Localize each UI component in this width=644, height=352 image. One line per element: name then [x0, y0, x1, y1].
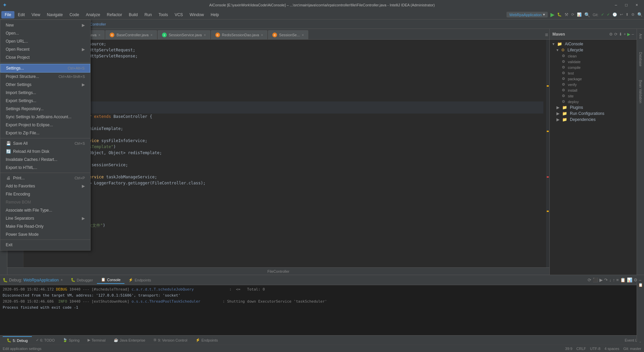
maven-site[interactable]: ⚙ site [550, 93, 637, 99]
tab-basecontroller[interactable]: C BaseController.java × [105, 30, 157, 39]
menu-invalidate-caches[interactable]: Invalidate Caches / Restart... [0, 156, 90, 164]
bottom-tab-terminal[interactable]: ▶ Terminal [84, 337, 110, 344]
debug-tab-endpoints[interactable]: ⚡ Endpoints [124, 276, 155, 283]
menu-file-encoding[interactable]: File Encoding [0, 190, 90, 198]
debug-resume-icon[interactable]: ▶ [599, 277, 603, 282]
maven-run-configs-node[interactable]: ▶ 📁 Run Configurations [550, 111, 637, 117]
right-tab-database[interactable]: Database [638, 50, 643, 69]
menu-view[interactable]: View [28, 11, 44, 18]
debug-variables-icon[interactable]: 📊 [627, 277, 632, 282]
menu-project-structure[interactable]: Project Structure... Ctrl+Alt+Shift+S [0, 73, 90, 81]
menu-line-separators[interactable]: Line Separators ▶ [0, 214, 90, 222]
tab-sessionservice[interactable]: I SessionService.java × [158, 30, 210, 39]
menu-open-url[interactable]: Open URL... [0, 37, 90, 45]
debug-tab-console[interactable]: 📋 Console [97, 276, 124, 284]
status-indent[interactable]: 4 spaces [604, 347, 619, 351]
debug-step-out-icon[interactable]: ↑ [613, 277, 615, 282]
right-tab-ant[interactable]: Ant [638, 32, 643, 41]
maven-refresh-icon[interactable]: ⟳ [614, 32, 618, 37]
menu-navigate[interactable]: Navigate [44, 11, 66, 18]
bottom-tab-java-enterprise[interactable]: ☕ Java Enterprise [110, 337, 149, 344]
close-button[interactable]: × [632, 2, 641, 8]
maven-settings-icon[interactable]: ⚙ [609, 32, 613, 37]
status-position[interactable]: 39:9 [565, 347, 572, 351]
menu-exit[interactable]: Exit [0, 241, 90, 249]
search-button[interactable]: 🔍 [584, 12, 590, 17]
tab-shiroconfig-close[interactable]: × [99, 33, 101, 37]
menu-refactor[interactable]: Refactor [104, 11, 125, 18]
menu-new[interactable]: New ▶ [0, 21, 90, 29]
menu-print[interactable]: 🖨 Print... Ctrl+P [0, 174, 90, 182]
tab-sessionse-close[interactable]: × [302, 33, 304, 37]
maven-download-icon[interactable]: ⬇ [619, 32, 622, 37]
maven-clean[interactable]: ⚙ clean [550, 53, 637, 59]
status-encoding[interactable]: UTF-8 [590, 347, 600, 351]
menu-open-recent[interactable]: Open Recent ▶ [0, 45, 90, 53]
menu-vcs[interactable]: VCS [171, 11, 186, 18]
menu-window[interactable]: Window [186, 11, 207, 18]
tab-sessionse[interactable]: C SessionSe... × [268, 30, 308, 39]
bottom-tab-debug[interactable]: 🐛 5: Debug [3, 336, 32, 344]
tab-redissessiondao[interactable]: C RedisSessionDao.java × [211, 30, 268, 39]
run-config-selector[interactable]: WebRpaApplication ▾ [506, 12, 547, 17]
menu-power-save[interactable]: Power Save Mode [0, 230, 90, 238]
maven-verify[interactable]: ⚙ verify [550, 82, 637, 87]
debug-stop-icon[interactable]: ⬛ [593, 277, 598, 282]
maven-root[interactable]: ▾ 📁 AiConsole [550, 41, 637, 47]
reload-button[interactable]: ⟳ [571, 12, 574, 17]
maven-lifecycle-node[interactable]: ▾ ⚙ Lifecycle [550, 47, 637, 53]
menu-open[interactable]: Open... [0, 29, 90, 37]
bottom-tab-endpoints[interactable]: ⚡ Endpoints [192, 337, 222, 344]
debug-console-content[interactable]: 2020-05-08 15:02:46.172 DEBUG 10440 --- … [0, 285, 644, 335]
debug-close-icon[interactable]: × [61, 278, 63, 282]
debug-evaluate-icon[interactable]: ≡ [616, 277, 619, 282]
menu-save-all[interactable]: 💾 Save All Ctrl+S [0, 139, 90, 147]
status-line-ending[interactable]: CRLF [576, 347, 586, 351]
menu-export-eclipse[interactable]: Export Project to Eclipse... [0, 121, 90, 129]
profiler-button[interactable]: 📊 [577, 12, 582, 17]
maven-install[interactable]: ⚙ install [550, 87, 637, 93]
menu-associate-file-type[interactable]: Associate with File Type... [0, 206, 90, 214]
debug-restart-icon[interactable]: ⟳ [588, 277, 591, 282]
bottom-tab-spring[interactable]: 🍃 Spring [59, 337, 84, 344]
maven-compile[interactable]: ⚙ compile [550, 64, 637, 70]
menu-edit[interactable]: Edit [14, 11, 28, 18]
menu-make-read-only[interactable]: Make File Read-Only [0, 222, 90, 230]
menu-code[interactable]: Code [66, 11, 83, 18]
git-search[interactable]: 🔍 [637, 12, 643, 17]
maven-run-icon[interactable]: ▶ [627, 32, 630, 37]
run-button[interactable]: ▶ [550, 11, 554, 18]
right-tab-bean-validation[interactable]: Bean Validation [638, 78, 643, 105]
menu-build[interactable]: Build [125, 11, 141, 18]
maven-test[interactable]: ⚙ test [550, 70, 637, 76]
status-vcs[interactable]: Git: master [623, 347, 641, 351]
maven-plugins-node[interactable]: ▶ 📁 Plugins [550, 104, 637, 111]
menu-reload-all[interactable]: 🔄 Reload All from Disk [0, 147, 90, 156]
debug-tab-debugger[interactable]: 🐛 Debugger [67, 276, 97, 283]
debug-step-into-icon[interactable]: ↓ [609, 277, 611, 282]
menu-export-zip[interactable]: Export to Zip File... [0, 129, 90, 137]
maven-validate[interactable]: ⚙ validate [550, 59, 637, 64]
menu-run[interactable]: Run [141, 11, 155, 18]
maven-package[interactable]: ⚙ package [550, 76, 637, 82]
debug-frames-icon[interactable]: 📋 [620, 277, 626, 282]
debug-step-over-icon[interactable]: ↷ [604, 277, 608, 282]
bottom-tab-version-control[interactable]: ⑨ 9: Version Control [149, 337, 191, 344]
debug-side-icon-1[interactable]: 📋 [638, 283, 643, 287]
debug-run-button[interactable]: 🐛 [557, 12, 562, 17]
bottom-tab-todo[interactable]: ✓ 6: TODO [32, 337, 59, 344]
debug-app-name[interactable]: WebRpaApplication [23, 278, 59, 282]
menu-file[interactable]: File [1, 11, 14, 18]
menu-help[interactable]: Help [207, 11, 222, 18]
menu-other-settings[interactable]: Other Settings ▶ [0, 81, 90, 89]
menu-settings[interactable]: Settings... Ctrl+Alt+S [0, 64, 90, 73]
maven-add-icon[interactable]: + [624, 32, 626, 37]
tab-overflow-icon[interactable]: ≡ [545, 32, 548, 38]
maven-dependencies-node[interactable]: ▶ 📁 Dependencies [550, 117, 637, 123]
menu-export-settings[interactable]: Export Settings... [0, 97, 90, 105]
tab-redissessiondao-close[interactable]: × [261, 33, 263, 37]
menu-analyze[interactable]: Analyze [83, 11, 104, 18]
tab-basecontroller-close[interactable]: × [151, 33, 153, 37]
menu-add-to-favorites[interactable]: Add to Favorites ▶ [0, 182, 90, 190]
minimize-button[interactable]: – [611, 2, 621, 8]
